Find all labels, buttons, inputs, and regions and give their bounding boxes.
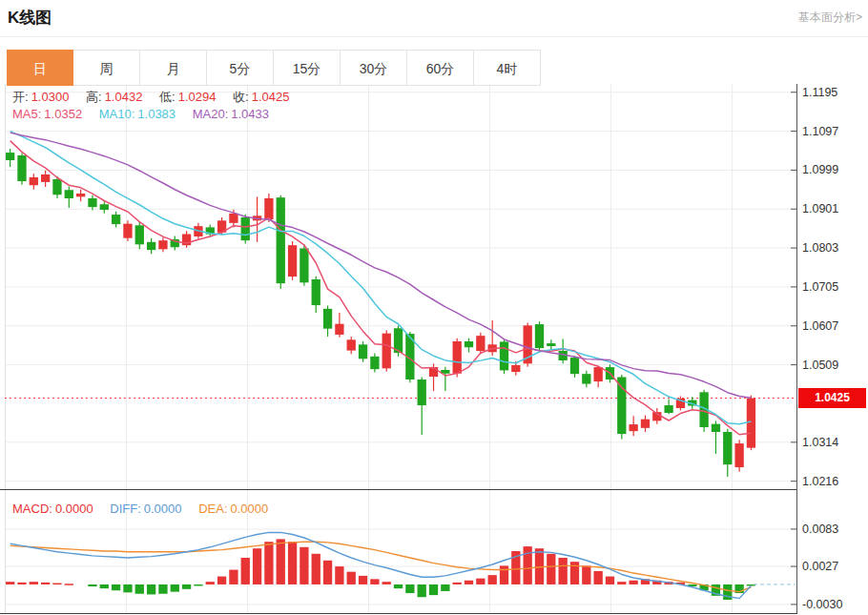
axis-tick-label: 1.0705 bbox=[802, 279, 838, 295]
close-value: 1.0425 bbox=[252, 90, 290, 104]
ma10-value: 1.0383 bbox=[137, 107, 176, 121]
axis-tick-label: 1.0509 bbox=[802, 358, 838, 373]
tab-5[interactable]: 30分 bbox=[341, 50, 407, 86]
axis-tick-label: 0.0027 bbox=[802, 559, 838, 574]
high-value: 1.0432 bbox=[105, 90, 143, 104]
tab-6[interactable]: 60分 bbox=[407, 50, 474, 86]
tab-7[interactable]: 4时 bbox=[474, 50, 541, 86]
dea-label: DEA: bbox=[198, 502, 227, 516]
tab-bar: 日周月5分15分30分60分4时 bbox=[7, 50, 541, 86]
ma5-label: MA5: bbox=[12, 107, 41, 121]
tab-2[interactable]: 月 bbox=[140, 50, 207, 86]
axis-tick-label: -0.0030 bbox=[802, 597, 842, 612]
legend-ma: MA5:1.0352 MA10:1.0383 MA20:1.0433 bbox=[12, 107, 282, 121]
axis-tick-label: 1.0607 bbox=[802, 318, 838, 334]
price-badge-value: 1.0425 bbox=[815, 391, 850, 404]
ma10-label: MA10: bbox=[99, 107, 135, 121]
ma20-value: 1.0433 bbox=[231, 107, 269, 121]
tab-1[interactable]: 周 bbox=[73, 50, 140, 86]
high-label: 高: bbox=[86, 90, 102, 104]
fundamental-analysis-link[interactable]: 基本面分析> bbox=[798, 10, 862, 26]
diff-value: 0.0000 bbox=[144, 502, 182, 516]
close-label: 收: bbox=[233, 90, 249, 104]
axis-tick-label: 1.1195 bbox=[802, 85, 837, 100]
price-badge: 1.0425 bbox=[798, 388, 866, 408]
legend-ohlc: 开:1.0300 高:1.0432 低:1.0294 收:1.0425 bbox=[12, 89, 302, 106]
ma5-value: 1.0352 bbox=[44, 107, 82, 121]
diff-label: DIFF: bbox=[110, 502, 141, 516]
axis-tick-label: 1.0314 bbox=[802, 435, 838, 450]
macd-value: 0.0000 bbox=[55, 502, 93, 516]
axis-tick-label: 0.0083 bbox=[802, 522, 838, 537]
axis-tick-label: 1.0999 bbox=[802, 162, 838, 177]
low-label: 低: bbox=[159, 90, 176, 104]
axis-tick-label: 1.1097 bbox=[802, 124, 838, 139]
macd-label: MACD: bbox=[12, 502, 52, 516]
legend-macd: MACD:0.0000 DIFF:0.0000 DEA:0.0000 bbox=[12, 502, 281, 516]
tab-0[interactable]: 日 bbox=[7, 50, 73, 86]
ma20-label: MA20: bbox=[193, 107, 229, 121]
tab-4[interactable]: 15分 bbox=[274, 50, 341, 86]
tab-3[interactable]: 5分 bbox=[207, 50, 274, 86]
dea-value: 0.0000 bbox=[231, 502, 269, 516]
axis-tick-label: 1.0803 bbox=[802, 240, 838, 256]
open-label: 开: bbox=[12, 90, 29, 104]
open-value: 1.0300 bbox=[31, 90, 70, 104]
axis-tick-label: 1.0901 bbox=[802, 201, 838, 216]
axis-tick-label: 1.0216 bbox=[802, 474, 838, 489]
low-value: 1.0294 bbox=[178, 90, 217, 104]
